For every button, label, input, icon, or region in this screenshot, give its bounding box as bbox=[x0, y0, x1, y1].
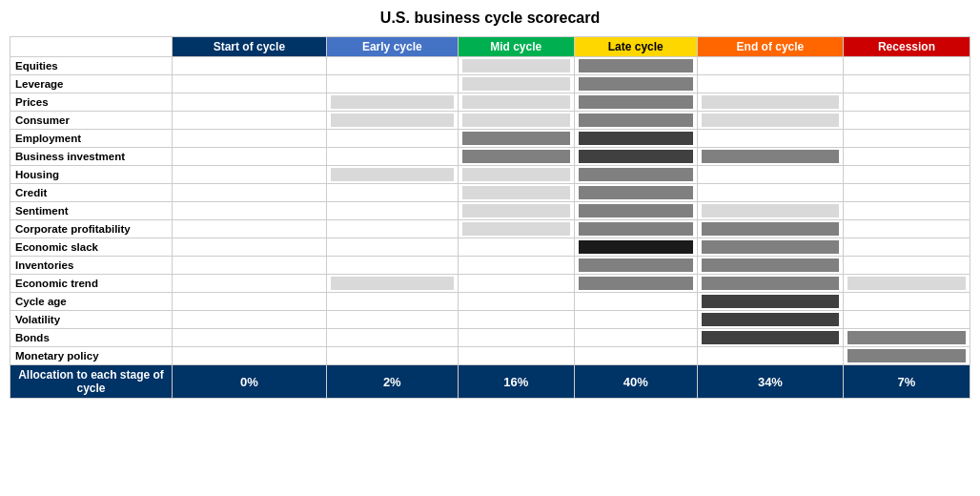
header-label bbox=[10, 37, 173, 57]
cell-end bbox=[697, 257, 843, 275]
cell-early bbox=[326, 57, 458, 75]
cell-end bbox=[697, 311, 843, 329]
cell-rec bbox=[843, 202, 970, 220]
cell-early bbox=[326, 275, 458, 293]
row-label: Equities bbox=[10, 57, 173, 75]
cell-rec bbox=[843, 57, 970, 75]
cell-early bbox=[326, 257, 458, 275]
cell-end bbox=[697, 93, 843, 112]
cell-late bbox=[574, 93, 697, 112]
cell-early bbox=[326, 130, 458, 148]
table-row: Sentiment bbox=[10, 202, 970, 220]
cell-start bbox=[173, 93, 327, 112]
cell-early bbox=[326, 148, 458, 166]
cell-late bbox=[574, 112, 697, 130]
table-row: Prices bbox=[10, 93, 970, 112]
cell-start bbox=[173, 275, 327, 293]
cell-rec bbox=[843, 238, 970, 257]
row-label: Economic trend bbox=[10, 275, 173, 293]
header-late: Late cycle bbox=[574, 37, 697, 57]
cell-start bbox=[173, 57, 327, 75]
header-mid: Mid cycle bbox=[458, 37, 574, 57]
cell-mid bbox=[458, 202, 574, 220]
cell-mid bbox=[458, 347, 574, 365]
table-row: Economic slack bbox=[10, 238, 970, 257]
row-label: Housing bbox=[10, 166, 173, 184]
cell-early bbox=[326, 75, 458, 93]
cell-mid bbox=[458, 329, 574, 347]
header-start: Start of cycle bbox=[173, 37, 327, 57]
header-early: Early cycle bbox=[326, 37, 458, 57]
cell-late bbox=[574, 275, 697, 293]
cell-mid bbox=[458, 275, 574, 293]
cell-end bbox=[697, 238, 843, 257]
row-label: Bonds bbox=[10, 329, 173, 347]
cell-start bbox=[173, 347, 327, 365]
table-row: Leverage bbox=[10, 75, 970, 93]
cell-start bbox=[173, 130, 327, 148]
cell-early bbox=[326, 311, 458, 329]
cell-mid bbox=[458, 184, 574, 202]
cell-late bbox=[574, 166, 697, 184]
cell-rec bbox=[843, 329, 970, 347]
cell-start bbox=[173, 329, 327, 347]
table-row: Bonds bbox=[10, 329, 970, 347]
cell-rec bbox=[843, 112, 970, 130]
table-row: Inventories bbox=[10, 257, 970, 275]
cell-late bbox=[574, 311, 697, 329]
cell-end bbox=[697, 220, 843, 238]
cell-late bbox=[574, 220, 697, 238]
row-label: Corporate profitability bbox=[10, 220, 173, 238]
row-label: Credit bbox=[10, 184, 173, 202]
cell-end bbox=[697, 75, 843, 93]
cell-end bbox=[697, 275, 843, 293]
cell-rec bbox=[843, 220, 970, 238]
row-label: Consumer bbox=[10, 112, 173, 130]
row-label: Cycle age bbox=[10, 293, 173, 311]
allocation-recession: 7% bbox=[843, 365, 970, 399]
row-label: Employment bbox=[10, 130, 173, 148]
cell-start bbox=[173, 238, 327, 257]
allocation-row: Allocation to each stage of cycle0%2%16%… bbox=[10, 365, 970, 399]
cell-mid bbox=[458, 148, 574, 166]
table-row: Employment bbox=[10, 130, 970, 148]
page-title: U.S. business cycle scorecard bbox=[10, 10, 970, 27]
cell-early bbox=[326, 238, 458, 257]
cell-end bbox=[697, 166, 843, 184]
cell-rec bbox=[843, 93, 970, 112]
cell-mid bbox=[458, 166, 574, 184]
allocation-early: 2% bbox=[326, 365, 458, 399]
cell-start bbox=[173, 220, 327, 238]
cell-early bbox=[326, 202, 458, 220]
table-row: Equities bbox=[10, 57, 970, 75]
cell-rec bbox=[843, 75, 970, 93]
row-label: Inventories bbox=[10, 257, 173, 275]
table-row: Economic trend bbox=[10, 275, 970, 293]
cell-late bbox=[574, 130, 697, 148]
cell-rec bbox=[843, 166, 970, 184]
cell-late bbox=[574, 347, 697, 365]
cell-late bbox=[574, 329, 697, 347]
cell-early bbox=[326, 112, 458, 130]
table-row: Corporate profitability bbox=[10, 220, 970, 238]
cell-early bbox=[326, 93, 458, 112]
cell-early bbox=[326, 166, 458, 184]
table-row: Credit bbox=[10, 184, 970, 202]
allocation-start: 0% bbox=[173, 365, 327, 399]
cell-mid bbox=[458, 57, 574, 75]
cell-rec bbox=[843, 275, 970, 293]
row-label: Business investment bbox=[10, 148, 173, 166]
table-row: Volatility bbox=[10, 311, 970, 329]
cell-start bbox=[173, 166, 327, 184]
cell-mid bbox=[458, 238, 574, 257]
row-label: Leverage bbox=[10, 75, 173, 93]
cell-start bbox=[173, 112, 327, 130]
cell-rec bbox=[843, 257, 970, 275]
cell-mid bbox=[458, 112, 574, 130]
allocation-late: 40% bbox=[574, 365, 697, 399]
table-row: Monetary policy bbox=[10, 347, 970, 365]
cell-start bbox=[173, 148, 327, 166]
row-label: Volatility bbox=[10, 311, 173, 329]
cell-mid bbox=[458, 220, 574, 238]
cell-early bbox=[326, 220, 458, 238]
